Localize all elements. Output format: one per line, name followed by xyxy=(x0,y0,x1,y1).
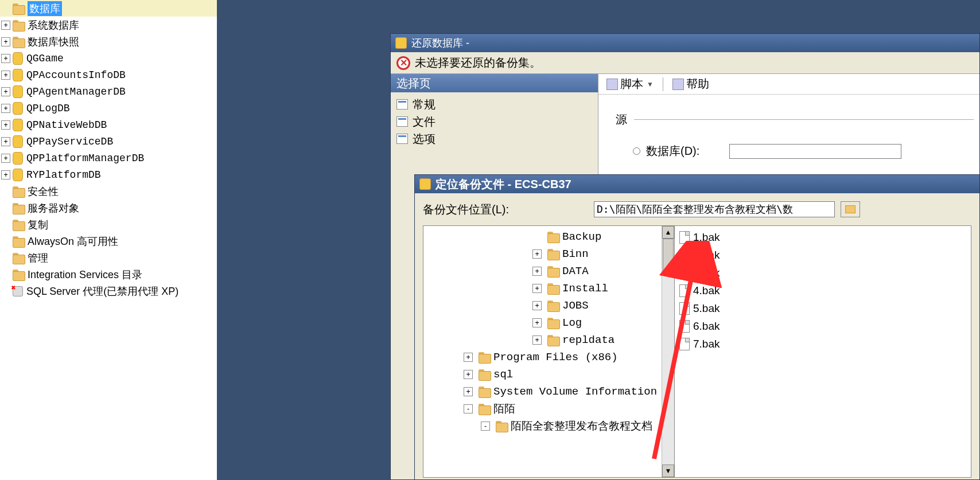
tree-item[interactable]: +数据库快照 xyxy=(0,33,217,50)
folder-tree-item[interactable]: +Binn xyxy=(423,245,674,263)
path-input[interactable] xyxy=(594,201,835,217)
tree-item[interactable]: SQL Server 代理(已禁用代理 XP) xyxy=(0,283,217,299)
tree-item[interactable]: +QPAgentManagerDB xyxy=(0,83,217,100)
restore-title: 还原数据库 - xyxy=(411,36,469,50)
folder-tree-item[interactable]: +Install xyxy=(423,280,674,297)
expand-toggle[interactable]: + xyxy=(464,353,473,362)
scroll-down-arrow[interactable]: ▼ xyxy=(662,465,674,477)
tree-item[interactable]: 管理 xyxy=(0,249,217,266)
expand-toggle[interactable]: + xyxy=(1,137,10,146)
scroll-thumb[interactable] xyxy=(663,239,674,273)
file-item[interactable]: 7.bak xyxy=(679,335,966,353)
expand-toggle[interactable]: + xyxy=(1,170,10,179)
file-item[interactable]: 1.bak xyxy=(679,228,966,246)
file-icon xyxy=(679,284,690,297)
tree-item[interactable]: +RYPlatformDB xyxy=(0,166,217,183)
expand-toggle[interactable]: + xyxy=(1,54,10,63)
restore-titlebar[interactable]: 还原数据库 - xyxy=(391,34,979,52)
tree-item[interactable]: +QGGame xyxy=(0,50,217,67)
expand-toggle[interactable]: + xyxy=(1,21,10,30)
tree-item[interactable]: 安全性 xyxy=(0,183,217,200)
expand-toggle[interactable]: + xyxy=(532,318,542,327)
page-item[interactable]: 文件 xyxy=(391,113,598,130)
help-button[interactable]: 帮助 xyxy=(669,75,713,93)
file-item[interactable]: 5.bak xyxy=(679,299,966,317)
folder-label: System Volume Information xyxy=(493,385,657,398)
db-icon xyxy=(395,37,407,49)
folder-label: repldata xyxy=(562,334,615,346)
expand-toggle[interactable]: + xyxy=(532,284,542,293)
expand-toggle xyxy=(1,287,10,296)
expand-toggle[interactable]: - xyxy=(481,422,490,431)
file-item[interactable]: 6.bak xyxy=(679,317,966,335)
file-item[interactable]: 3.bak xyxy=(679,264,966,282)
file-list: 1.bak2.bak3.bak4.bak5.bak6.bak7.bak xyxy=(675,226,971,477)
tree-item[interactable]: +系统数据库 xyxy=(0,17,217,33)
error-bar: ✕ 未选择要还原的备份集。 xyxy=(391,52,979,74)
tree-item-label: QPNativeWebDB xyxy=(26,119,107,131)
expand-toggle[interactable]: + xyxy=(464,387,473,396)
tree-item[interactable]: 复制 xyxy=(0,216,217,233)
page-item[interactable]: 常规 xyxy=(391,96,598,113)
folder-tree-item[interactable]: -陌陌全套整理发布含教程文档 xyxy=(423,417,674,435)
tree-root[interactable]: 数据库 xyxy=(0,0,217,17)
folder-tree-item[interactable]: -陌陌 xyxy=(423,400,674,417)
browse-button[interactable] xyxy=(841,201,860,217)
folder-label: Backup xyxy=(562,231,601,243)
expand-toggle[interactable]: + xyxy=(1,104,10,113)
expand-toggle[interactable]: + xyxy=(532,267,542,276)
expand-toggle[interactable]: + xyxy=(1,120,10,130)
file-label: 7.bak xyxy=(693,338,720,350)
locate-titlebar[interactable]: 定位备份文件 - ECS-CB37 xyxy=(415,175,979,193)
expand-toggle xyxy=(532,232,542,241)
database-radio[interactable] xyxy=(633,147,640,155)
db-icon xyxy=(13,85,23,98)
page-icon xyxy=(396,134,408,144)
folder-tree-item[interactable]: +repldata xyxy=(423,331,674,349)
folder-label: 陌陌全套整理发布含教程文档 xyxy=(511,419,652,434)
folder-tree-item[interactable]: +System Volume Information xyxy=(423,383,674,400)
folder-tree-item[interactable]: +Program Files (x86) xyxy=(423,349,674,366)
folder-label: Log xyxy=(562,317,582,329)
folder-tree-item[interactable]: +Log xyxy=(423,314,674,331)
separator xyxy=(663,77,663,91)
file-icon xyxy=(679,320,690,333)
page-item[interactable]: 选项 xyxy=(391,130,598,147)
expand-toggle[interactable]: + xyxy=(1,87,10,96)
folder-tree-item[interactable]: +JOBS xyxy=(423,297,674,314)
tree-item[interactable]: +QPPlatformManagerDB xyxy=(0,150,217,166)
folder-icon xyxy=(13,270,24,280)
expand-toggle[interactable]: + xyxy=(1,71,10,80)
expand-toggle[interactable]: + xyxy=(532,301,542,310)
tree-item[interactable]: +QPPayServiceDB xyxy=(0,133,217,150)
folder-tree-item[interactable]: +sql xyxy=(423,366,674,383)
database-combo[interactable] xyxy=(729,144,901,159)
tree-item-label: 系统数据库 xyxy=(28,18,79,32)
db-icon xyxy=(13,152,23,165)
tree-item[interactable]: +QPLogDB xyxy=(0,100,217,116)
expand-toggle[interactable]: + xyxy=(1,37,10,46)
folder-tree-item[interactable]: +DATA xyxy=(423,263,674,280)
tree-item[interactable]: +QPAccountsInfoDB xyxy=(0,67,217,83)
expand-toggle[interactable]: - xyxy=(464,404,473,413)
tree-item[interactable]: Integration Services 目录 xyxy=(0,266,217,283)
scroll-up-arrow[interactable]: ▲ xyxy=(662,226,674,239)
file-item[interactable]: 2.bak xyxy=(679,246,966,264)
expand-toggle[interactable]: + xyxy=(532,335,542,345)
expand-toggle[interactable]: + xyxy=(1,154,10,163)
vertical-scrollbar[interactable]: ▲ ▼ xyxy=(662,226,674,477)
tree-item[interactable]: 服务器对象 xyxy=(0,200,217,216)
db-icon xyxy=(13,169,23,181)
folder-icon xyxy=(547,301,559,311)
folder-label: 陌陌 xyxy=(493,401,515,416)
folder-label: Install xyxy=(562,282,608,295)
tree-item[interactable]: AlwaysOn 高可用性 xyxy=(0,233,217,249)
file-icon xyxy=(679,249,690,262)
tree-item[interactable]: +QPNativeWebDB xyxy=(0,116,217,133)
file-item[interactable]: 4.bak xyxy=(679,282,966,299)
folder-icon xyxy=(547,232,559,242)
folder-tree-item[interactable]: Backup xyxy=(423,228,674,245)
expand-toggle[interactable]: + xyxy=(464,370,473,379)
script-button[interactable]: 脚本 ▼ xyxy=(603,75,657,93)
expand-toggle[interactable]: + xyxy=(532,249,542,259)
